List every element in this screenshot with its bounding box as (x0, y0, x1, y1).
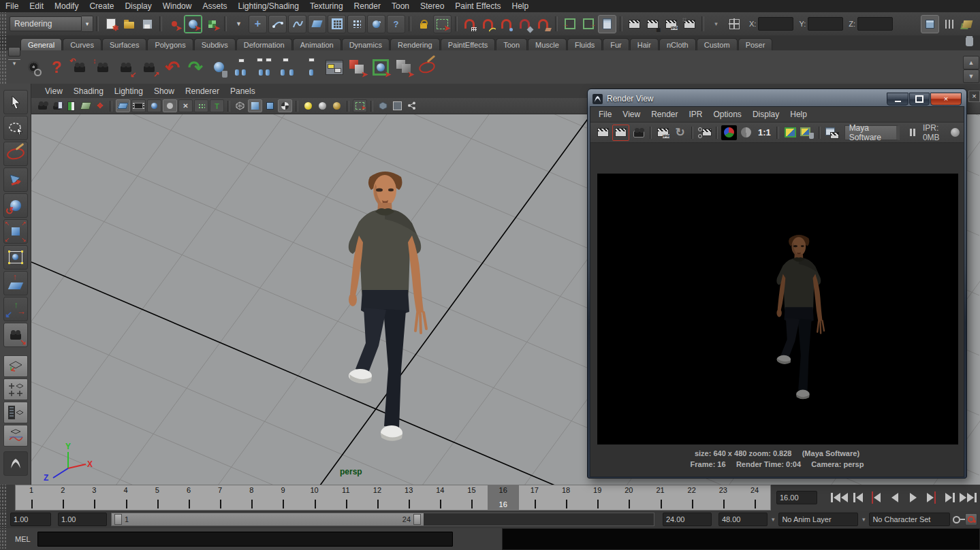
current-frame-cell[interactable]: 1616 (488, 485, 519, 510)
step-back-key-button[interactable] (867, 489, 885, 506)
frame-cell[interactable]: 11 (330, 485, 362, 510)
go-to-end-button[interactable] (959, 489, 977, 506)
minimize-button[interactable] (887, 93, 908, 106)
play-backwards-button[interactable] (885, 489, 904, 506)
pt-smooth-shade-icon[interactable] (248, 99, 262, 112)
frame-cell[interactable]: 21 (644, 485, 676, 510)
shelf-tab-curves[interactable]: Curves (63, 38, 101, 50)
redo-view-change-icon[interactable]: ↷ (185, 56, 206, 79)
pt-safe-title-icon[interactable]: T (210, 99, 224, 112)
shelf-delete-icon[interactable] (960, 37, 978, 51)
shelf-tab-surfaces[interactable]: Surfaces (102, 38, 146, 50)
panel-menu-view[interactable]: View (39, 85, 68, 97)
move-tool[interactable] (3, 167, 28, 192)
camera-track-icon[interactable]: ↕ (92, 56, 114, 79)
frame-cell[interactable]: 2 (47, 485, 78, 510)
shelf-tab-rendering[interactable]: Rendering (390, 38, 440, 50)
rv-menu-ipr[interactable]: IPR (684, 108, 708, 120)
tool-settings-toggle-icon[interactable] (941, 16, 958, 33)
rendered-image[interactable] (597, 174, 958, 444)
duplicate-object-icon[interactable]: ➤ (347, 56, 368, 79)
pt-use-all-lights-icon[interactable] (302, 100, 315, 112)
help-line-icon[interactable]: ? (46, 56, 67, 79)
rv-render-sequence-icon[interactable] (697, 125, 712, 140)
menu-help[interactable]: Help (507, 0, 535, 12)
mask-joints-icon[interactable] (268, 15, 287, 33)
mask-collapse-icon[interactable]: ▼ (230, 16, 247, 33)
panel-menu-lighting[interactable]: Lighting (109, 85, 148, 97)
graph-input-connections-icon[interactable] (231, 56, 253, 79)
rv-menu-file[interactable]: File (593, 108, 617, 120)
rv-one-to-one-icon[interactable]: 1:1 (755, 125, 773, 140)
panel-menu-shading[interactable]: Shading (68, 85, 109, 97)
command-results-field[interactable] (502, 528, 980, 550)
outliner-persp-layout-button[interactable] (3, 402, 28, 423)
character-set-dropdown-icon[interactable]: ▾ (862, 517, 866, 523)
construction-history-icon[interactable] (598, 15, 616, 33)
frame-cell[interactable]: 13 (393, 485, 424, 510)
mask-dynamics-icon[interactable] (347, 15, 366, 33)
shelf-tab-fluids[interactable]: Fluids (567, 38, 602, 50)
rv-menu-display[interactable]: Display (747, 108, 785, 120)
pt-film-gate-icon[interactable] (131, 99, 146, 112)
highlight-selection-icon[interactable]: ➤ (433, 15, 452, 33)
delete-unused-nodes-icon[interactable] (208, 56, 230, 79)
select-component-mode-icon[interactable]: ➤ (204, 16, 221, 33)
maya-logo-icon[interactable] (3, 451, 28, 476)
frame-cell[interactable]: 3 (78, 485, 110, 510)
mask-rendering-icon[interactable] (367, 15, 385, 33)
frame-cell[interactable]: 18 (550, 485, 582, 510)
shelf-tab-subdivs[interactable]: Subdivs (194, 38, 236, 50)
shelf-menu-arrow-icon[interactable]: ▾ (8, 59, 20, 67)
shelf-tab-hair[interactable]: Hair (630, 38, 659, 50)
rv-renderer-dropdown[interactable]: Maya Software (844, 125, 900, 140)
menu-display[interactable]: Display (119, 0, 157, 12)
single-pane-layout-button[interactable] (3, 355, 28, 377)
last-tool-used[interactable]: ↘ (3, 323, 28, 347)
y-coord-field[interactable] (808, 17, 843, 31)
panel-menu-show[interactable]: Show (148, 85, 180, 97)
shelf-tab-painteffects[interactable]: PaintEffects (441, 38, 496, 50)
pt-image-plane-icon[interactable] (79, 100, 92, 112)
go-to-start-button[interactable] (830, 489, 849, 506)
mel-command-input[interactable] (37, 532, 453, 547)
pt-wireframe-on-shaded-icon[interactable] (264, 100, 276, 112)
frame-cell[interactable]: 24 (739, 485, 770, 510)
rv-menu-options[interactable]: Options (708, 108, 747, 120)
pt-camera-attributes-icon[interactable] (50, 100, 63, 112)
camera-zoom-icon[interactable]: ↗ (138, 56, 160, 79)
camera-tumble-icon[interactable]: ↶ (69, 56, 91, 79)
menu-toon[interactable]: Toon (386, 0, 415, 12)
pt-textured-icon[interactable] (278, 99, 292, 112)
frame-cell[interactable]: 12 (362, 485, 393, 510)
shelf-tab-polygons[interactable]: Polygons (147, 38, 193, 50)
mask-surfaces-icon[interactable] (308, 15, 326, 33)
frame-cell[interactable]: 9 (267, 485, 298, 510)
snap-to-projected-center-icon[interactable] (516, 16, 533, 33)
rv-snapshot-icon[interactable] (631, 125, 646, 140)
graph-scene-hierarchy-icon[interactable] (300, 56, 322, 79)
rv-remove-image-icon[interactable] (800, 125, 815, 140)
panel-menu-renderer[interactable]: Renderer (180, 85, 225, 97)
pt-safe-action-icon[interactable] (194, 99, 208, 112)
persp-graph-layout-button[interactable] (3, 425, 28, 447)
playblast-icon[interactable] (22, 56, 44, 79)
frame-cell[interactable]: 1 (16, 485, 47, 510)
range-track[interactable]: 1 24 (111, 513, 654, 526)
select-tool[interactable] (3, 90, 28, 114)
rv-menu-render[interactable]: Render (646, 108, 683, 120)
step-forward-frame-button[interactable] (941, 489, 959, 506)
pt-xray-icon[interactable] (377, 100, 390, 112)
menu-assets[interactable]: Assets (197, 0, 232, 12)
hypergraph-window-icon[interactable] (323, 56, 345, 79)
frame-cell[interactable]: 10 (299, 485, 330, 510)
input-connections-icon[interactable]: → (561, 16, 578, 33)
range-start-handle[interactable] (114, 514, 122, 525)
frame-cell[interactable]: 22 (676, 485, 708, 510)
select-hierarchy-mode-icon[interactable]: ➤ (165, 16, 183, 33)
menu-paint-effects[interactable]: Paint Effects (449, 0, 506, 12)
toolbar-drag-handle[interactable] (0, 12, 7, 35)
command-line-drag-handle[interactable] (0, 528, 7, 549)
current-time-field[interactable] (776, 491, 817, 504)
playback-end-field[interactable] (663, 513, 712, 526)
